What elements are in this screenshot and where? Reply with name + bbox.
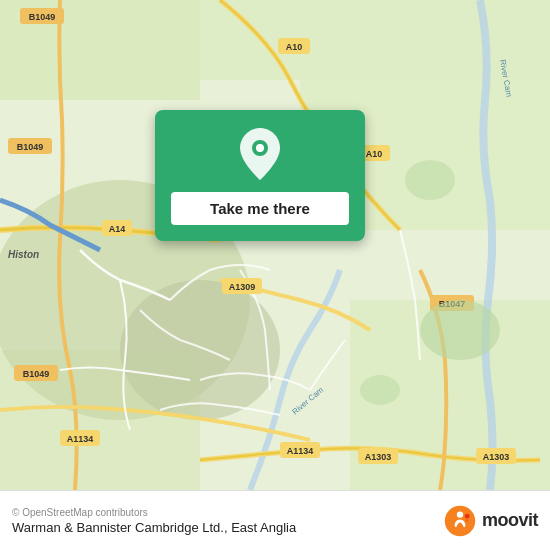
moovit-icon (444, 505, 476, 537)
location-pin-icon (236, 126, 284, 182)
svg-text:A14: A14 (109, 224, 126, 234)
svg-rect-2 (200, 0, 550, 80)
svg-point-42 (465, 513, 470, 518)
attribution-text: © OpenStreetMap contributors (12, 507, 296, 518)
take-me-there-button[interactable]: Take me there (171, 192, 349, 225)
svg-text:A10: A10 (366, 149, 383, 159)
business-name: Warman & Bannister Cambridge Ltd., East … (12, 520, 296, 535)
svg-point-36 (405, 160, 455, 200)
svg-text:A1309: A1309 (229, 282, 256, 292)
map-container: B1049 B1049 B1049 A10 A10 A14 A1309 A113… (0, 0, 550, 490)
svg-point-37 (360, 375, 400, 405)
svg-text:B1049: B1049 (17, 142, 44, 152)
svg-text:B1049: B1049 (29, 12, 56, 22)
svg-point-41 (457, 511, 463, 517)
svg-text:A1134: A1134 (67, 434, 94, 444)
svg-point-35 (420, 300, 500, 360)
svg-text:A1134: A1134 (287, 446, 314, 456)
svg-text:A1303: A1303 (483, 452, 510, 462)
footer: © OpenStreetMap contributors Warman & Ba… (0, 490, 550, 550)
svg-text:Histon: Histon (8, 249, 39, 260)
svg-point-39 (256, 144, 264, 152)
footer-left: © OpenStreetMap contributors Warman & Ba… (12, 507, 296, 535)
svg-text:B1049: B1049 (23, 369, 50, 379)
moovit-text: moovit (482, 510, 538, 531)
overlay-card: Take me there (155, 110, 365, 241)
moovit-logo: moovit (444, 505, 538, 537)
svg-text:A1303: A1303 (365, 452, 392, 462)
svg-text:A10: A10 (286, 42, 303, 52)
